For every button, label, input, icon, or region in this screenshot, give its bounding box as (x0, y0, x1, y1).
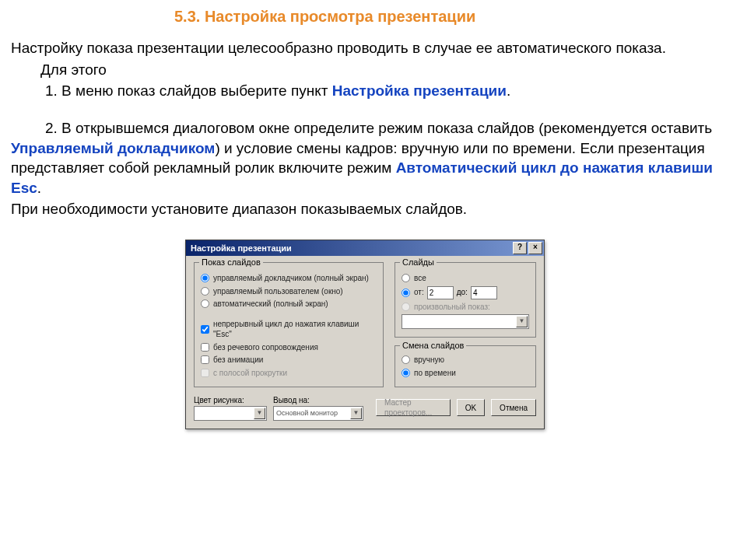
cancel-button[interactable]: Отмена (491, 399, 536, 416)
group-advance: Смена слайдов вручную по времени (395, 345, 536, 387)
dialog-title: Настройка презентации (191, 243, 292, 254)
spin-from[interactable]: 2 (427, 286, 454, 299)
group-advance-title: Смена слайдов (400, 340, 466, 352)
radio-user[interactable]: управляемый пользователем (окно) (201, 286, 377, 297)
check-loop[interactable]: непрерывный цикл до нажатия клавиши "Esc… (201, 319, 377, 340)
chevron-down-icon: ▼ (254, 408, 265, 419)
paragraph-range: При необходимости установите диапазон по… (11, 199, 736, 219)
check-no-animation[interactable]: без анимации (201, 355, 377, 366)
projector-wizard-button[interactable]: Мастер проекторов... (376, 399, 451, 416)
close-button[interactable]: × (528, 242, 542, 254)
check-scrollbar: с полосой прокрутки (201, 368, 377, 379)
radio-slides-all[interactable]: все (402, 273, 529, 284)
step-2-tail: . (37, 180, 41, 196)
step-2-text-a: 2. В открывшемся диалоговом окне определ… (45, 120, 712, 136)
group-show-title: Показ слайдов (199, 257, 263, 268)
dialog-titlebar[interactable]: Настройка презентации ? × (186, 240, 544, 256)
combo-custom-show: ▼ (402, 314, 529, 329)
radio-presenter[interactable]: управляемый докладчиком (полный экран) (201, 273, 377, 284)
paragraph-lead: Для этого (11, 60, 736, 80)
step-1-tail: . (507, 82, 510, 99)
radio-advance-timed[interactable]: по времени (402, 368, 529, 379)
group-slides: Слайды все от: 2 до: 4 произвольный пока… (395, 262, 536, 338)
radio-advance-manual[interactable]: вручную (402, 355, 529, 366)
radio-slides-custom: произвольный показ: (402, 302, 529, 313)
radio-auto[interactable]: автоматический (полный экран) (201, 299, 377, 310)
label-to: до: (457, 287, 468, 298)
check-no-narration[interactable]: без речевого сопровождения (201, 342, 377, 353)
step-1-term: Настройка презентации (332, 82, 507, 99)
help-button[interactable]: ? (513, 242, 527, 254)
label-pen-color: Цвет рисунка: (194, 395, 267, 406)
group-slides-title: Слайды (400, 257, 437, 268)
chevron-down-icon: ▼ (516, 316, 528, 327)
step-2-term-1: Управляемый докладчиком (11, 140, 215, 156)
label-output: Вывод на: (273, 395, 363, 406)
step-1: 1. В меню показ слайдов выберите пункт Н… (11, 81, 736, 101)
radio-slides-range[interactable]: от: (402, 287, 424, 298)
paragraph-intro: Настройку показа презентации целесообраз… (11, 38, 736, 58)
combo-output: Основной монитор▼ (273, 406, 363, 421)
ok-button[interactable]: OK (457, 399, 485, 416)
chevron-down-icon: ▼ (350, 408, 362, 419)
section-heading: 5.3. Настройка просмотра презентации (174, 6, 736, 27)
settings-dialog: Настройка презентации ? × Показ слайдов … (185, 240, 545, 429)
step-1-text: 1. В меню показ слайдов выберите пункт (45, 82, 332, 99)
group-show-mode: Показ слайдов управляемый докладчиком (п… (194, 262, 384, 387)
spin-to[interactable]: 4 (471, 286, 497, 299)
combo-pen-color[interactable]: ▼ (194, 406, 267, 421)
step-2: 2. В открывшемся диалоговом окне определ… (11, 118, 736, 198)
